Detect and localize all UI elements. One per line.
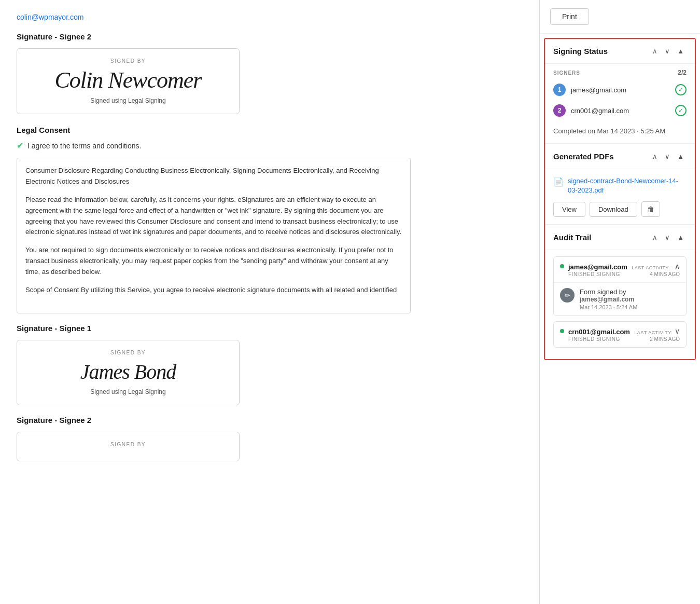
signer-item-1: 1 james@gmail.com ✓ <box>545 79 695 100</box>
signed-by-label-colin-bottom: SIGNED BY <box>30 442 227 447</box>
pdfs-chevron-up[interactable]: ∧ <box>650 152 660 161</box>
print-bar: Print <box>540 0 700 34</box>
audit-event-desc: Form signed by <box>580 288 680 296</box>
signee1-section-title: Signature - Signee 1 <box>17 324 522 333</box>
pdf-filename-link[interactable]: signed-contract-Bond-Newcomer-14-03-2023… <box>568 176 687 195</box>
audit-card-2-main: crn001@gmail.com LAST ACTIVITY: ∨ FINISH… <box>568 327 680 342</box>
check-icon: ✔ <box>17 141 23 150</box>
audit-card1-status: FINISHED SIGNING <box>568 271 620 277</box>
audit-dot-green-1 <box>560 264 564 268</box>
signer2-check-circle: ✓ <box>675 105 687 116</box>
signee2-bottom-title: Signature - Signee 2 <box>17 416 522 424</box>
generated-pdfs-title: Generated PDFs <box>553 152 614 161</box>
signers-label: SIGNERS <box>553 70 580 76</box>
audit-card1-activity-label: LAST ACTIVITY: <box>632 265 670 270</box>
audit-card2-status-line: FINISHED SIGNING 2 MINS AGO <box>568 336 680 342</box>
audit-card2-activity-label: LAST ACTIVITY: <box>634 330 673 335</box>
signers-row: SIGNERS 2/2 <box>545 64 695 79</box>
signature-box-james: SIGNED BY James Bond Signed using Legal … <box>17 340 240 405</box>
audit-dot-green-2 <box>560 329 564 333</box>
pdfs-chevron-down[interactable]: ∨ <box>662 152 673 161</box>
generated-pdfs-header: Generated PDFs ∧ ∨ ▲ <box>545 144 695 169</box>
audit-trail-header: Audit Trail ∧ ∨ ▲ <box>545 225 695 250</box>
consent-check-line: ✔ I agree to the terms and conditions. <box>17 141 522 150</box>
consent-text-box[interactable]: Consumer Disclosure Regarding Conducting… <box>17 158 411 313</box>
audit-card-1-main: james@gmail.com LAST ACTIVITY: ∧ FINISHE… <box>568 262 680 277</box>
audit-trail-section: Audit Trail ∧ ∨ ▲ james@gmail.c <box>545 225 695 359</box>
signer1-check-circle: ✓ <box>675 84 687 95</box>
delete-icon: 🗑 <box>647 205 654 213</box>
pdf-file-link: 📄 signed-contract-Bond-Newcomer-14-03-20… <box>553 176 687 195</box>
left-panel: colin@wpmayor.com Signature - Signee 2 S… <box>0 0 539 604</box>
consent-p1: Consumer Disclosure Regarding Conducting… <box>25 166 402 187</box>
signer-num-1: 1 <box>553 84 566 96</box>
audit-card-1-body: ✏ Form signed by james@gmail.com Mar 14 … <box>554 282 686 315</box>
print-button[interactable]: Print <box>550 8 589 25</box>
audit-card-1: james@gmail.com LAST ACTIVITY: ∧ FINISHE… <box>553 256 687 316</box>
signature-colin: Colin Newcomer <box>30 68 227 93</box>
pdf-section-body: 📄 signed-contract-Bond-Newcomer-14-03-20… <box>545 169 695 225</box>
audit-card2-email: crn001@gmail.com <box>568 328 630 336</box>
audit-card1-body-text: Form signed by james@gmail.com Mar 14 20… <box>580 288 680 310</box>
signer-item-2: 2 crn001@gmail.com ✓ <box>545 100 695 121</box>
generated-pdfs-controls: ∧ ∨ ▲ <box>650 152 687 161</box>
pdf-file-icon: 📄 <box>553 177 564 187</box>
consent-p3: You are not required to sign documents e… <box>25 245 402 277</box>
signer-num-2: 2 <box>553 104 566 117</box>
audit-card1-collapse-btn[interactable]: ∧ <box>675 262 680 270</box>
signed-using-james: Signed using Legal Signing <box>30 388 227 395</box>
signing-status-controls: ∧ ∨ ▲ <box>650 46 687 56</box>
signers-count: 2/2 <box>678 69 687 76</box>
audit-trail-controls: ∧ ∨ ▲ <box>650 232 687 242</box>
signer2-check-icon: ✓ <box>678 107 683 114</box>
audit-card1-time: 4 MINS AGO <box>650 271 680 277</box>
pdf-actions: View Download 🗑 <box>553 201 687 217</box>
audit-card-1-header: james@gmail.com LAST ACTIVITY: ∧ FINISHE… <box>554 257 686 282</box>
email-link[interactable]: colin@wpmayor.com <box>17 13 83 21</box>
signing-status-chevron-down[interactable]: ∨ <box>662 46 673 56</box>
audit-event-date: Mar 14 2023 · 5:24 AM <box>580 304 680 310</box>
signed-by-label-colin: SIGNED BY <box>30 58 227 64</box>
audit-chevron-down[interactable]: ∨ <box>662 232 673 242</box>
delete-button[interactable]: 🗑 <box>641 201 660 217</box>
audit-card2-status: FINISHED SIGNING <box>568 336 620 342</box>
signing-status-header: Signing Status ∧ ∨ ▲ <box>545 39 695 64</box>
audit-sort[interactable]: ▲ <box>675 232 687 242</box>
consent-p2: Please read the information below, caref… <box>25 195 402 238</box>
signee2-section-title: Signature - Signee 2 <box>17 32 522 41</box>
signature-box-colin: SIGNED BY Colin Newcomer Signed using Le… <box>17 48 240 114</box>
right-panel: Print Signing Status ∧ ∨ ▲ SIGNERS 2/2 1… <box>539 0 700 604</box>
audit-trail-title: Audit Trail <box>553 233 591 242</box>
audit-card2-time: 2 MINS AGO <box>650 336 680 342</box>
view-button[interactable]: View <box>553 202 585 217</box>
audit-card1-email: james@gmail.com <box>568 263 627 271</box>
download-button[interactable]: Download <box>590 202 637 217</box>
audit-card2-expand-btn[interactable]: ∨ <box>675 327 680 335</box>
signer2-email: crn001@gmail.com <box>571 107 670 115</box>
signing-status-chevron-up[interactable]: ∧ <box>650 46 660 56</box>
audit-card-2: crn001@gmail.com LAST ACTIVITY: ∨ FINISH… <box>553 321 687 348</box>
signing-status-sort[interactable]: ▲ <box>675 46 687 56</box>
audit-card1-status-line: FINISHED SIGNING 4 MINS AGO <box>568 271 680 277</box>
pdfs-sort[interactable]: ▲ <box>675 152 687 161</box>
audit-event-email: james@gmail.com <box>580 296 680 303</box>
red-bordered-panel: Signing Status ∧ ∨ ▲ SIGNERS 2/2 1 james… <box>544 38 696 360</box>
signed-using-colin: Signed using Legal Signing <box>30 97 227 104</box>
signer1-email: james@gmail.com <box>571 86 670 94</box>
signer1-check-icon: ✓ <box>678 86 683 93</box>
audit-chevron-up[interactable]: ∧ <box>650 232 660 242</box>
generated-pdfs-section: Generated PDFs ∧ ∨ ▲ 📄 signed-contract-B… <box>545 144 695 225</box>
signature-box-colin-bottom: SIGNED BY <box>17 432 240 461</box>
signing-status-title: Signing Status <box>553 47 608 56</box>
signing-status-section: Signing Status ∧ ∨ ▲ SIGNERS 2/2 1 james… <box>545 39 695 144</box>
completed-text: Completed on Mar 14 2023 · 5:25 AM <box>545 121 695 144</box>
consent-p4: Scope of Consent By utilizing this Servi… <box>25 285 402 296</box>
signed-by-label-james: SIGNED BY <box>30 350 227 355</box>
audit-card-2-header: crn001@gmail.com LAST ACTIVITY: ∨ FINISH… <box>554 322 686 347</box>
legal-consent-title: Legal Consent <box>17 126 522 134</box>
pencil-icon: ✏ <box>565 292 570 299</box>
audit-pencil-icon: ✏ <box>560 288 575 303</box>
consent-check-text: I agree to the terms and conditions. <box>27 142 141 150</box>
signature-james: James Bond <box>30 360 227 384</box>
audit-section-body: james@gmail.com LAST ACTIVITY: ∧ FINISHE… <box>545 250 695 359</box>
